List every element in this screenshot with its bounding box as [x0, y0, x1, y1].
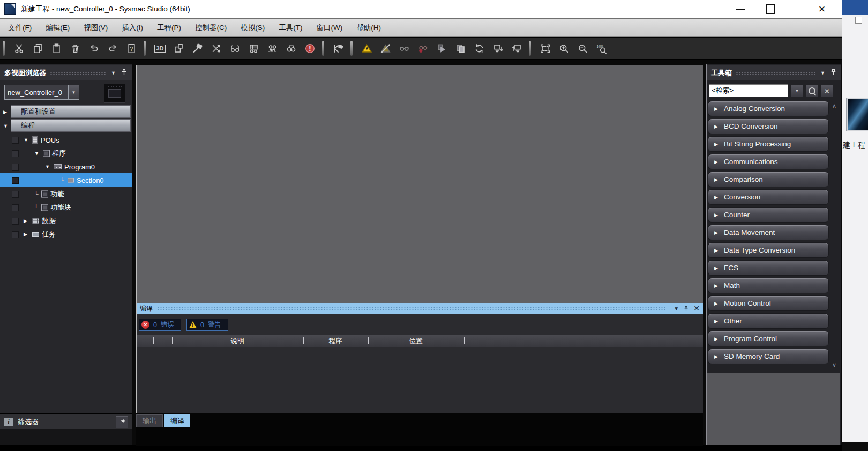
toolbar-group-handle[interactable] — [350, 41, 353, 56]
panel-menu-arrow-icon[interactable]: ▼ — [111, 70, 116, 76]
synchronize-icon[interactable] — [470, 40, 489, 57]
toolbox-category-motion-control[interactable]: ▶Motion Control — [708, 295, 829, 311]
scroll-up-icon[interactable]: ∧ — [830, 102, 839, 109]
tree-section-programming[interactable]: ▼ 编程 — [0, 119, 132, 132]
toolbar-group-handle[interactable] — [3, 41, 5, 56]
toolbox-category-communications[interactable]: ▶Communications — [708, 154, 829, 169]
menu-controller[interactable]: 控制器(C) — [188, 19, 234, 36]
pin-icon[interactable] — [830, 69, 837, 77]
column-location[interactable]: 位置 — [409, 336, 423, 345]
column-separator[interactable] — [368, 337, 369, 344]
column-separator[interactable] — [172, 337, 173, 344]
tree-item-programs[interactable]: ▼ 程序 — [0, 146, 132, 160]
tree-section-configuration[interactable]: ▶ 配置和设置 — [0, 105, 132, 119]
monitor-icon[interactable] — [395, 40, 414, 57]
search-dropdown-arrow-icon[interactable]: ▼ — [791, 85, 803, 97]
zoom-out-icon[interactable] — [573, 40, 592, 57]
controller-dropdown-arrow-icon[interactable]: ▼ — [68, 85, 79, 99]
expanded-arrow-icon[interactable]: ▼ — [45, 164, 50, 169]
toolbox-category-bit-string-processing[interactable]: ▶Bit String Processing — [708, 136, 829, 152]
errors-filter-button[interactable]: ✕ 0 错误 — [139, 319, 181, 331]
troubleshoot-icon[interactable]: ! — [301, 40, 319, 57]
column-separator[interactable] — [464, 337, 465, 344]
filter-pin-button[interactable] — [116, 416, 128, 428]
toolbox-category-bcd-conversion[interactable]: ▶BCD Conversion — [708, 119, 829, 134]
delete-icon[interactable] — [66, 40, 85, 57]
search-binoculars-icon[interactable] — [282, 40, 301, 57]
controller-selector[interactable]: new_Controller_0 ▼ — [4, 85, 79, 100]
menu-project[interactable]: 工程(P) — [150, 19, 188, 36]
maximize-button[interactable] — [760, 0, 781, 18]
clear-search-icon[interactable]: × — [821, 85, 833, 97]
toolbox-category-sd-memory-card[interactable]: ▶SD Memory Card — [708, 349, 829, 364]
menu-edit[interactable]: 编辑(E) — [39, 19, 77, 36]
undo-icon[interactable] — [85, 40, 103, 57]
warnings-filter-button[interactable]: ! 0 警告 — [186, 319, 228, 331]
toolbox-category-data-movement[interactable]: ▶Data Movement — [708, 225, 829, 240]
column-separator[interactable] — [153, 337, 154, 344]
toolbox-search-input[interactable] — [709, 84, 788, 97]
window-layout-icon[interactable] — [169, 40, 188, 57]
minimize-button[interactable] — [730, 0, 751, 18]
cut-icon[interactable] — [10, 40, 28, 57]
check-all-programs-icon[interactable] — [244, 40, 263, 57]
tree-item-program0[interactable]: ▼ Program0 — [0, 160, 132, 173]
collapsed-arrow-icon[interactable]: ▶ — [24, 232, 27, 237]
tree-item-functions[interactable]: └ 功能 — [0, 187, 132, 201]
toolbox-category-comparison[interactable]: ▶Comparison — [708, 172, 829, 187]
paste-icon[interactable] — [47, 40, 66, 57]
help-icon[interactable]: ? — [122, 40, 141, 57]
tab-build[interactable]: 编译 — [164, 414, 190, 427]
copy-icon[interactable] — [28, 40, 47, 57]
build-tool-icon[interactable] — [329, 40, 348, 57]
collapsed-arrow-icon[interactable]: ▶ — [3, 109, 7, 115]
menu-window[interactable]: 窗口(W) — [310, 19, 350, 36]
toolbox-category-fcs[interactable]: ▶FCS — [708, 260, 829, 276]
menu-insert[interactable]: 插入(I) — [115, 19, 150, 36]
column-program[interactable]: 程序 — [329, 336, 342, 345]
close-panel-icon[interactable]: ✕ — [693, 304, 700, 313]
tree-item-function-blocks[interactable]: └ 功能块 — [0, 201, 132, 214]
pin-icon[interactable] — [121, 69, 128, 77]
collapsed-arrow-icon[interactable]: ▶ — [24, 218, 27, 224]
3d-view-icon[interactable]: 3D — [151, 40, 169, 57]
menu-help[interactable]: 帮助(H) — [349, 19, 388, 36]
menu-simulation[interactable]: 模拟(S) — [234, 19, 272, 36]
column-description[interactable]: 说明 — [231, 336, 244, 345]
io-wave-check-icon[interactable] — [263, 40, 282, 57]
tree-item-pous[interactable]: ▼ POUs — [0, 133, 132, 146]
transfer-icon[interactable] — [451, 40, 470, 57]
tree-item-section0-selected[interactable]: └ Section0 — [0, 173, 132, 187]
column-separator[interactable] — [303, 337, 304, 344]
background-project-thumbnail[interactable] — [847, 98, 868, 131]
search-icon[interactable] — [806, 85, 818, 97]
pin-icon[interactable] — [683, 306, 689, 312]
tree-item-data[interactable]: ▶ 数据 — [0, 214, 132, 227]
program-check-icon[interactable] — [226, 40, 244, 57]
tab-output[interactable]: 输出 — [136, 414, 163, 427]
toolbox-category-counter[interactable]: ▶Counter — [708, 207, 829, 223]
redo-icon[interactable] — [103, 40, 122, 57]
warning-enabled-icon[interactable] — [357, 40, 376, 57]
expanded-arrow-icon[interactable]: ▼ — [34, 151, 39, 156]
build-icon[interactable] — [188, 40, 207, 57]
stop-monitor-icon[interactable] — [414, 40, 432, 57]
menu-view[interactable]: 视图(V) — [77, 19, 115, 36]
toolbox-category-conversion[interactable]: ▶Conversion — [708, 189, 829, 205]
toolbox-category-analog-conversion[interactable]: ▶Analog Conversion — [708, 101, 829, 116]
upload-from-controller-icon[interactable] — [507, 40, 526, 57]
panel-menu-arrow-icon[interactable]: ▼ — [820, 70, 825, 76]
expanded-arrow-icon[interactable]: ▼ — [24, 137, 28, 143]
background-checkbox[interactable] — [855, 17, 862, 24]
expanded-arrow-icon[interactable]: ▼ — [3, 123, 8, 129]
abort-build-icon[interactable] — [207, 40, 226, 57]
panel-menu-arrow-icon[interactable]: ▼ — [674, 306, 679, 312]
toolbox-category-program-control[interactable]: ▶Program Control — [708, 331, 829, 346]
menu-file[interactable]: 文件(F) — [1, 19, 39, 36]
tree-item-tasks[interactable]: ▶ 任务 — [0, 227, 132, 241]
toolbox-category-other[interactable]: ▶Other — [708, 313, 829, 329]
toolbar-group-handle[interactable] — [529, 41, 531, 56]
zoom-100-icon[interactable]: 100 — [592, 40, 611, 57]
warning-disabled-icon[interactable] — [376, 40, 395, 57]
toolbar-group-handle[interactable] — [144, 41, 146, 56]
